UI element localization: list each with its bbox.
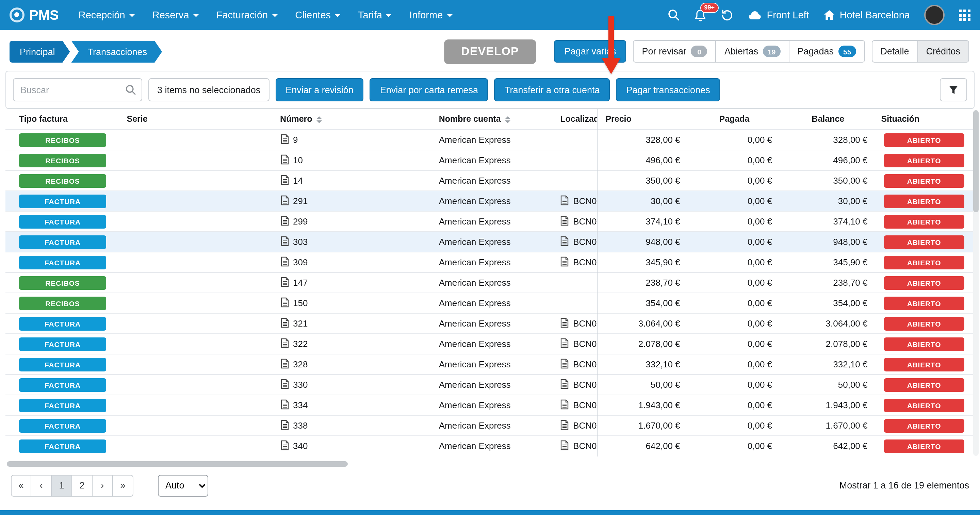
table-row[interactable]: FACTURA 322 American Express BCN000 2.07… [5,334,975,354]
table-row[interactable]: FACTURA 330 American Express BCN000 50,0… [5,375,975,395]
cloud-icon [748,10,762,20]
invoice-type-badge: FACTURA [19,378,106,391]
balance-cell: 3.064,00 € [780,313,875,334]
table-row[interactable]: FACTURA 328 American Express BCN000 332,… [5,354,975,375]
numero-cell: 321 [275,313,434,334]
column-header[interactable]: Situación [876,109,975,130]
filter-button[interactable] [940,78,967,102]
account-cell: American Express [434,293,555,313]
table-row[interactable]: RECIBOS 14 American Express 350,00 € 0,0… [5,170,975,191]
nav-menu-item[interactable]: Reserva [143,0,208,30]
sort-icon[interactable] [505,116,511,123]
user-avatar[interactable] [924,5,945,25]
notifications-bell-icon[interactable]: 99+ [694,8,706,21]
document-icon [280,215,289,227]
table-row[interactable]: FACTURA 303 American Express BCN000 948,… [5,232,975,252]
pagada-cell: 0,00 € [688,436,780,456]
balance-cell: 2.078,00 € [780,334,875,354]
column-header[interactable]: Serie [121,109,275,130]
table-row[interactable]: RECIBOS 10 American Express 496,00 € 0,0… [5,150,975,170]
pms-app: PMS Recepción Reserva Facturación Client… [0,0,980,515]
pagination-button[interactable]: ‹ [31,475,52,496]
localizador-cell [555,170,597,191]
pagada-cell: 0,00 € [688,313,780,334]
invoice-type-badge: FACTURA [19,194,106,208]
table-row[interactable]: FACTURA 309 American Express BCN000 345,… [5,252,975,272]
toolbar-action-button[interactable]: Transferir a otra cuenta [495,78,610,102]
pagination-button[interactable]: › [92,475,113,496]
table-row[interactable]: RECIBOS 150 American Express 354,00 € 0,… [5,293,975,313]
nav-menu-item[interactable]: Tarifa [349,0,401,30]
nav-menu-item[interactable]: Recepción [70,0,143,30]
column-header[interactable]: Localizador [555,109,597,130]
breadcrumb-principal[interactable]: Principal [10,41,70,63]
numero-cell: 322 [275,334,434,354]
nav-menu-item[interactable]: Informe [401,0,461,30]
pagination-button[interactable]: » [113,475,134,496]
column-header[interactable]: Pagada [688,109,780,130]
balance-cell: 332,10 € [780,354,875,375]
column-header[interactable]: Nombre cuenta [434,109,555,130]
status-filter-button[interactable]: Abiertas 19 [716,40,789,63]
view-toggle-button[interactable]: Créditos [918,40,969,63]
count-badge: 19 [763,46,780,57]
status-badge: ABIERTO [884,398,964,412]
page-size-select[interactable]: Auto [158,475,208,496]
situacion-cell: ABIERTO [876,130,975,150]
table-row[interactable]: FACTURA 338 American Express BCN000 1.67… [5,415,975,436]
table-row[interactable]: FACTURA 340 American Express BCN000 642,… [5,436,975,456]
breadcrumb-transacciones[interactable]: Transacciones [72,41,162,63]
nav-menu-item[interactable]: Clientes [286,0,349,30]
toolbar-action-button[interactable]: Enviar por carta remesa [370,78,488,102]
numero-cell: 299 [275,211,434,232]
document-icon [280,338,289,350]
workstation-selector[interactable]: Front Left [748,10,809,21]
horizontal-scrollbar[interactable] [7,461,348,466]
account-cell: American Express [434,354,555,375]
localizador-cell: BCN000 [555,436,597,456]
column-header[interactable]: Precio [597,109,688,130]
status-badge: ABIERTO [884,439,964,453]
pagination-button[interactable]: 2 [72,475,92,496]
invoice-type-badge: FACTURA [19,439,106,453]
situacion-cell: ABIERTO [876,395,975,415]
precio-cell: 642,00 € [597,436,688,456]
table-row[interactable]: RECIBOS 9 American Express 328,00 € 0,00… [5,130,975,150]
table-row[interactable]: FACTURA 334 American Express BCN000 1.94… [5,395,975,415]
hotel-selector[interactable]: Hotel Barcelona [824,10,910,21]
column-header[interactable]: Tipo factura [5,109,121,130]
selection-status-button[interactable]: 3 items no seleccionados [148,78,269,102]
pagination-button[interactable]: 1 [52,475,72,496]
sort-icon[interactable] [317,116,322,123]
invoice-type-badge: FACTURA [19,398,106,412]
nav-menu-item[interactable]: Facturación [208,0,286,30]
account-cell: American Express [434,395,555,415]
column-header[interactable]: Balance [780,109,875,130]
document-icon [560,420,569,432]
breadcrumb: Principal Transacciones [10,41,162,63]
situacion-cell: ABIERTO [876,313,975,334]
vertical-scrollbar[interactable] [973,110,978,456]
table-row[interactable]: FACTURA 291 American Express BCN000 30,0… [5,191,975,211]
document-icon [560,358,569,370]
table-row[interactable]: RECIBOS 147 American Express 238,70 € 0,… [5,272,975,293]
toolbar-action-button[interactable]: Pagar transacciones [616,78,721,102]
status-filter-button[interactable]: Pagadas 55 [789,40,865,63]
toolbar-action-button[interactable]: Enviar a revisión [275,78,364,102]
precio-cell: 496,00 € [597,150,688,170]
pagination-button[interactable]: « [11,475,31,496]
precio-cell: 350,00 € [597,170,688,191]
status-badge: ABIERTO [884,215,964,228]
table-row[interactable]: FACTURA 299 American Express BCN000 374,… [5,211,975,232]
apps-grid-icon[interactable] [959,9,970,21]
app-logo[interactable]: PMS [10,7,59,23]
table-row[interactable]: FACTURA 321 American Express BCN000 3.06… [5,313,975,334]
document-icon [280,195,289,207]
search-icon[interactable] [668,9,680,21]
search-input[interactable] [13,78,142,102]
search-icon [125,84,136,98]
status-filter-button[interactable]: Por revisar 0 [633,40,716,63]
view-toggle-button[interactable]: Detalle [872,40,918,63]
history-icon[interactable] [721,8,733,21]
column-header[interactable]: Número [275,109,434,130]
